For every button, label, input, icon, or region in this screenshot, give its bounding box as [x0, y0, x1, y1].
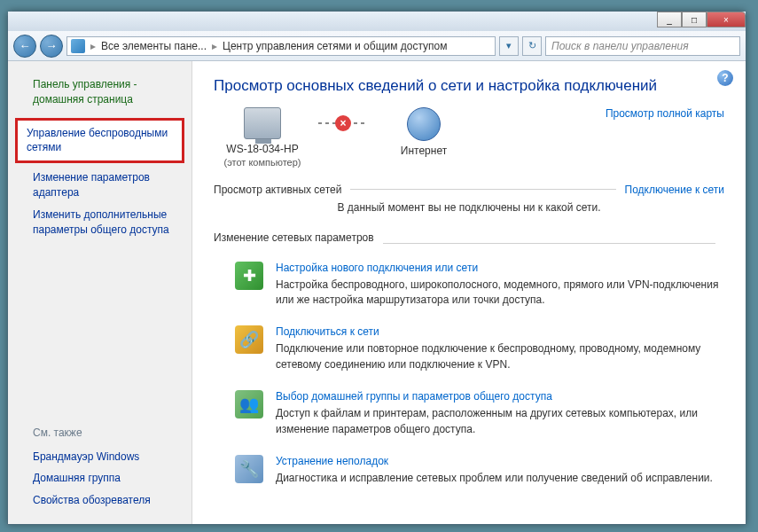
no-connection-message: В данный момент вы не подключены ни к ка… — [214, 201, 724, 214]
divider — [383, 243, 715, 244]
window-buttons: _ □ × — [657, 12, 746, 27]
settings-heading-row: Изменение сетевых параметров — [214, 231, 724, 256]
breadcrumb-sep-icon: ▸ — [90, 40, 96, 52]
active-networks-label: Просмотр активных сетей — [214, 184, 341, 196]
page-title: Просмотр основных сведений о сети и наст… — [214, 77, 724, 95]
network-connection: × — [318, 107, 368, 139]
setting-title-link[interactable]: Подключиться к сети — [276, 325, 724, 338]
sidebar-link-adapter[interactable]: Изменение параметров адаптера — [8, 167, 191, 204]
computer-icon — [244, 107, 281, 139]
sidebar-see-also-heading: См. также — [8, 423, 191, 442]
setting-desc: Подключение или повторное подключение к … — [276, 341, 724, 372]
sidebar-see-also-firewall[interactable]: Брандмауэр Windows — [8, 446, 191, 468]
network-map: WS-18-034-HP (этот компьютер) × Интернет… — [214, 107, 724, 168]
node-pc-label: WS-18-034-HP — [226, 143, 298, 157]
troubleshoot-icon: 🔧 — [235, 455, 263, 483]
maximize-button[interactable]: □ — [682, 12, 707, 27]
window: _ □ × ← → ▸ Все элементы пане... ▸ Центр… — [7, 11, 746, 525]
address-bar[interactable]: ▸ Все элементы пане... ▸ Центр управлени… — [66, 36, 496, 56]
address-dropdown-button[interactable]: ▾ — [499, 36, 519, 56]
setting-text: Выбор домашней группы и параметров общег… — [276, 390, 724, 437]
setting-new-connection: ✚ Настройка нового подключения или сети … — [214, 262, 724, 309]
settings-heading: Изменение сетевых параметров — [214, 231, 374, 244]
titlebar: _ □ × — [8, 12, 746, 31]
node-pc-sublabel: (этот компьютер) — [223, 157, 301, 168]
refresh-button[interactable]: ↻ — [522, 36, 542, 56]
connect-network-link[interactable]: Подключение к сети — [625, 184, 724, 196]
setting-title-link[interactable]: Настройка нового подключения или сети — [276, 262, 724, 274]
breadcrumb-sep-icon: ▸ — [212, 40, 217, 52]
setting-text: Устранение неполадок Диагностика и испра… — [276, 455, 724, 486]
network-node-internet: Интернет — [375, 107, 473, 159]
globe-icon — [407, 107, 441, 141]
new-connection-icon: ✚ — [235, 262, 263, 290]
breadcrumb-1[interactable]: Все элементы пане... — [101, 40, 207, 52]
main-panel: ? Просмотр основных сведений о сети и на… — [192, 61, 746, 524]
nav-back-button[interactable]: ← — [13, 35, 36, 58]
minimize-button[interactable]: _ — [657, 12, 682, 27]
setting-title-link[interactable]: Выбор домашней группы и параметров общег… — [276, 390, 724, 403]
setting-text: Подключиться к сети Подключение или повт… — [276, 325, 724, 372]
setting-connect: 🔗 Подключиться к сети Подключение или по… — [214, 325, 724, 372]
sidebar: Панель управления - домашняя страница Уп… — [8, 61, 192, 524]
content-area: Панель управления - домашняя страница Уп… — [8, 61, 746, 524]
divider — [350, 189, 615, 190]
network-node-pc: WS-18-034-HP (этот компьютер) — [214, 107, 311, 168]
active-networks-row: Просмотр активных сетей Подключение к се… — [214, 184, 724, 196]
sidebar-home-link[interactable]: Панель управления - домашняя страница — [8, 74, 191, 111]
setting-desc: Настройка беспроводного, широкополосного… — [276, 278, 724, 309]
search-input[interactable]: Поиск в панели управления — [545, 36, 740, 56]
navbar: ← → ▸ Все элементы пане... ▸ Центр управ… — [8, 31, 746, 61]
setting-title-link[interactable]: Устранение неполадок — [276, 455, 724, 467]
setting-desc: Диагностика и исправление сетевых пробле… — [276, 471, 724, 486]
sidebar-see-also-browser[interactable]: Свойства обозревателя — [8, 489, 191, 512]
help-icon[interactable]: ? — [717, 70, 733, 86]
address-icon — [71, 39, 85, 53]
sidebar-spacer — [8, 240, 191, 422]
connect-icon: 🔗 — [235, 325, 263, 354]
node-internet-label: Интернет — [401, 145, 447, 159]
close-button[interactable]: × — [707, 12, 746, 27]
connection-broken-icon: × — [335, 115, 351, 131]
full-map-link[interactable]: Просмотр полной карты — [606, 107, 724, 120]
homegroup-icon: 👥 — [235, 390, 263, 419]
sidebar-link-sharing[interactable]: Изменить дополнительные параметры общего… — [8, 204, 191, 241]
sidebar-link-wireless[interactable]: Управление беспроводными сетями — [15, 118, 184, 164]
sidebar-see-also-homegroup[interactable]: Домашняя группа — [8, 467, 191, 489]
setting-text: Настройка нового подключения или сети На… — [276, 262, 724, 309]
breadcrumb-2[interactable]: Центр управления сетями и общим доступом — [223, 40, 448, 52]
nav-forward-button[interactable]: → — [40, 35, 63, 58]
setting-homegroup: 👥 Выбор домашней группы и параметров общ… — [214, 390, 724, 437]
setting-desc: Доступ к файлам и принтерам, расположенн… — [276, 406, 724, 437]
setting-troubleshoot: 🔧 Устранение неполадок Диагностика и исп… — [214, 455, 724, 486]
